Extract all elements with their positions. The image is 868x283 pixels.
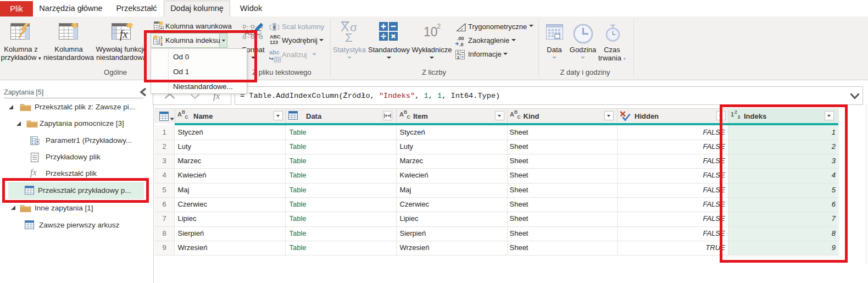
svg-text:123: 123 xyxy=(270,40,278,45)
svg-text:ABC: ABC xyxy=(270,34,281,40)
svg-text:Σ: Σ xyxy=(345,31,353,42)
svg-text:A: A xyxy=(399,111,404,118)
svg-text:fx: fx xyxy=(120,28,128,41)
svg-text:C: C xyxy=(407,114,410,120)
svg-text:C: C xyxy=(517,114,520,120)
svg-text:.00: .00 xyxy=(457,36,464,41)
svg-text:A: A xyxy=(177,111,182,118)
svg-text:3: 3 xyxy=(457,55,459,60)
svg-text:2: 2 xyxy=(437,22,441,30)
svg-text:A: A xyxy=(510,111,514,118)
svg-text:abc: abc xyxy=(269,49,280,56)
svg-text:C: C xyxy=(185,114,188,120)
svg-text:10: 10 xyxy=(424,25,438,39)
svg-text:.0: .0 xyxy=(459,42,464,47)
